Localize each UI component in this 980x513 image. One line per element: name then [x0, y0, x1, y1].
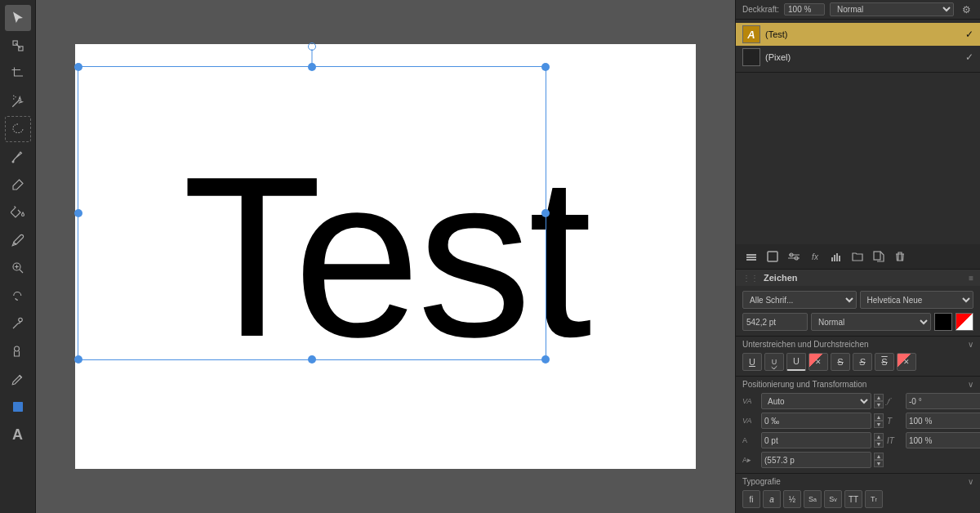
export-icon[interactable]	[870, 248, 888, 265]
panel-right: Deckkraft: Normal Auflösen Multipliziere…	[735, 0, 980, 513]
typo-ligature-btn[interactable]: fi	[742, 490, 760, 508]
transform-tool[interactable]	[5, 33, 31, 59]
fill-tool[interactable]	[5, 199, 31, 225]
handle-top-right[interactable]	[541, 63, 550, 71]
zoom-tool[interactable]	[5, 255, 31, 281]
strikethrough-wave-btn[interactable]: S	[853, 353, 872, 371]
strikethrough-btn[interactable]: S	[831, 353, 850, 371]
brush-tool[interactable]	[5, 144, 31, 170]
pos-label-va1: VA	[742, 397, 759, 405]
folders-icon[interactable]	[849, 248, 866, 265]
handle-top-center[interactable]	[308, 63, 316, 71]
pos-width-input[interactable]	[761, 452, 871, 468]
opacity-input[interactable]	[784, 3, 825, 16]
pos-tracking-select[interactable]: Auto	[761, 393, 871, 409]
pos-vscale-input[interactable]	[906, 432, 980, 448]
pos-kerning-input[interactable]	[761, 413, 871, 429]
underline-wave-btn[interactable]: U	[764, 353, 784, 371]
positioning-grid: VA Auto ▲ ▼ 𝑓 ▲ ▼ VA	[742, 393, 973, 468]
pos-label-width: A▸	[742, 456, 759, 464]
magic-wand-tool[interactable]	[5, 88, 31, 114]
handle-top-left[interactable]	[74, 63, 82, 71]
smudge-tool[interactable]	[5, 283, 31, 309]
shape-tool[interactable]	[5, 394, 31, 420]
underline-double-btn[interactable]: U	[786, 353, 806, 371]
svg-rect-24	[836, 253, 838, 261]
pos-label-hscale: T	[887, 417, 903, 426]
typo-a-btn[interactable]: a	[763, 490, 781, 508]
text-tool[interactable]: A	[5, 422, 31, 448]
stepper-down-baseline[interactable]: ▼	[874, 440, 884, 448]
layer-item-pixel[interactable]: (Pixel) ✓	[736, 46, 980, 69]
positioning-title: Positionierung und Transformation	[742, 380, 866, 389]
eyedropper-tool[interactable]	[5, 227, 31, 253]
stepper-down-width[interactable]: ▼	[874, 460, 884, 467]
airbrush-tool[interactable]	[5, 310, 31, 337]
pos-baseline-input[interactable]	[761, 432, 871, 448]
layer-visible-pixel[interactable]: ✓	[965, 51, 973, 63]
layer-thumb-pixel	[742, 48, 760, 66]
layer-name-test: (Test)	[765, 29, 960, 39]
stepper-up-baseline[interactable]: ▲	[874, 433, 884, 440]
stepper-up-kerning[interactable]: ▲	[874, 413, 884, 421]
section-collapse-icon[interactable]: ≡	[969, 274, 973, 283]
crop-tool[interactable]	[5, 60, 31, 87]
typo-sub-btn[interactable]: Sv	[824, 490, 842, 508]
svg-line-8	[19, 270, 22, 273]
pos-row-1b: 𝑓 ▲ ▼	[887, 393, 980, 409]
positioning-section: Positionierung und Transformation ∨ VA A…	[736, 377, 980, 474]
histogram-icon[interactable]	[827, 248, 845, 265]
font-style-select[interactable]: Normal Fett Kursiv	[811, 313, 931, 331]
svg-rect-22	[831, 257, 833, 261]
character-section-header[interactable]: ⋮⋮ Zeichen ≡	[736, 270, 980, 286]
layer-visible-test[interactable]: ✓	[965, 29, 973, 40]
delete-icon[interactable]	[891, 248, 909, 265]
typografie-collapse[interactable]: ∨	[968, 477, 973, 486]
svg-rect-26	[874, 252, 880, 260]
font-filter-select[interactable]: Alle Schrif...	[742, 291, 857, 309]
text-color-cross-swatch[interactable]	[956, 313, 973, 331]
handle-bottom-left[interactable]	[74, 355, 82, 364]
font-size-input[interactable]	[742, 313, 808, 331]
pen-tool[interactable]	[5, 366, 31, 392]
typo-smallcaps-btn[interactable]: Tr	[865, 490, 883, 508]
stepper-down[interactable]: ▼	[874, 401, 884, 408]
select-tool[interactable]	[5, 5, 31, 31]
positioning-collapse[interactable]: ∨	[968, 380, 973, 389]
handle-middle-left[interactable]	[74, 209, 82, 217]
pos-row-2b: T ▲ ▼	[887, 413, 980, 429]
layer-item-test[interactable]: A (Test) ✓	[736, 23, 980, 46]
pos-hscale-input[interactable]	[906, 413, 980, 429]
underline-x-btn[interactable]: ✕	[808, 353, 828, 371]
underline-btn[interactable]: U	[742, 353, 762, 371]
layer-thumb-text: A	[742, 25, 760, 43]
stepper-down-kerning[interactable]: ▼	[874, 421, 884, 428]
canvas-icon[interactable]	[764, 248, 782, 265]
svg-point-5	[13, 96, 15, 97]
underline-collapse[interactable]: ∨	[968, 340, 973, 349]
svg-point-4	[13, 98, 15, 100]
fx-icon[interactable]: fx	[806, 248, 824, 265]
text-color-swatch[interactable]	[934, 313, 952, 331]
strikethrough-x-btn[interactable]: ✕	[897, 353, 916, 371]
blend-mode-select[interactable]: Normal Auflösen Multiplizieren	[830, 2, 954, 16]
layers-icon[interactable]	[742, 248, 760, 265]
typo-caps-btn[interactable]: TT	[844, 490, 862, 508]
svg-rect-25	[839, 256, 840, 261]
lasso-tool[interactable]	[5, 116, 31, 142]
underline-section: Unterstreichen und Durchstreichen ∨ U U …	[736, 337, 980, 377]
rotate-handle[interactable]	[308, 42, 316, 51]
typo-fraction-btn[interactable]: ½	[783, 490, 801, 508]
typo-sup-btn[interactable]: Sa	[804, 490, 822, 508]
stepper-up-width[interactable]: ▲	[874, 453, 884, 460]
stepper-up[interactable]: ▲	[874, 394, 884, 401]
settings-icon[interactable]: ⚙	[959, 2, 973, 17]
clone-tool[interactable]	[5, 338, 31, 364]
eraser-tool[interactable]	[5, 172, 31, 198]
pos-angle-input[interactable]	[906, 393, 980, 409]
strikethrough-double-btn[interactable]: S	[875, 353, 894, 371]
adjustments-icon[interactable]	[785, 248, 803, 265]
layers-area: A (Test) ✓ (Pixel) ✓	[736, 20, 980, 73]
font-family-select[interactable]: Helvetica Neue	[860, 291, 974, 309]
svg-rect-14	[746, 254, 756, 256]
